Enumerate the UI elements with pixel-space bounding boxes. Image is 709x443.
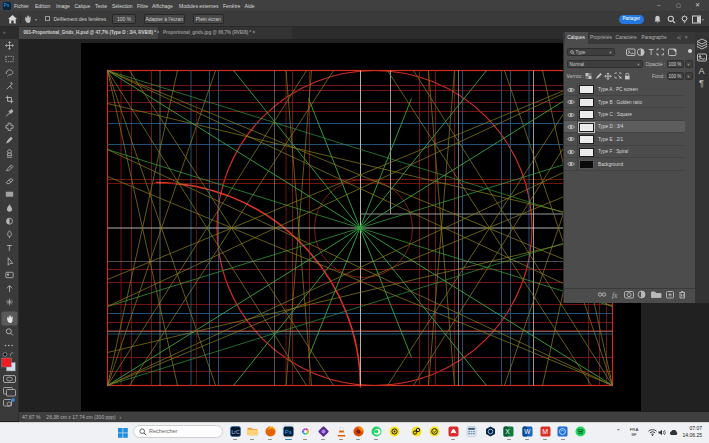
svg-text:W: W: [524, 428, 531, 435]
svg-text:¶: ¶: [699, 78, 704, 88]
svg-text:X: X: [505, 428, 510, 435]
svg-text:T: T: [7, 243, 12, 253]
svg-text:LrC: LrC: [231, 428, 239, 434]
svg-text:Ps: Ps: [284, 428, 291, 434]
svg-text:M: M: [542, 428, 548, 435]
svg-text:T: T: [649, 48, 654, 57]
svg-text:fx: fx: [612, 290, 618, 299]
svg-text:A: A: [699, 66, 705, 76]
